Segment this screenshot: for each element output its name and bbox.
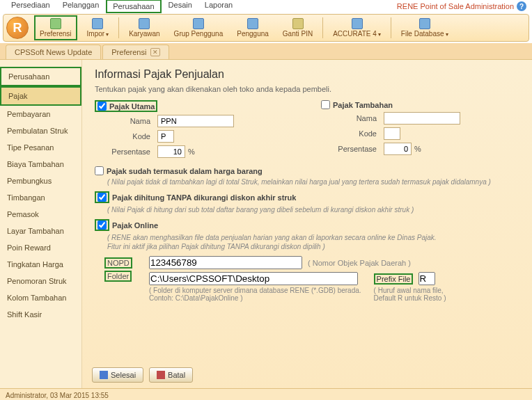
label-folder: Folder xyxy=(104,271,132,282)
label-pct-tambahan: Persentase xyxy=(321,145,384,153)
import-icon xyxy=(92,18,103,29)
label-kode-tambahan: Kode xyxy=(321,129,384,138)
note-folder-2: Contoh: C:\Data\PajakOnline ) xyxy=(149,294,361,302)
note-pajak-online-2: Fitur ini aktif jika pilihan Pajak dihit… xyxy=(107,243,519,250)
label-pajak-online: Pajak Online xyxy=(112,221,158,230)
menu-pelanggan[interactable]: Pelanggan xyxy=(57,0,105,13)
label-nama-tambahan: Nama xyxy=(321,114,384,122)
input-kode-tambahan[interactable] xyxy=(384,127,400,140)
chevron-down-icon: ▾ xyxy=(446,31,448,38)
tab-news[interactable]: CPSSoft News Update xyxy=(6,45,101,59)
input-kode-utama[interactable] xyxy=(157,130,174,143)
app-title: RENE Point of Sale Administration ? xyxy=(397,1,526,11)
ribbon-file-database[interactable]: File Database▾ xyxy=(397,17,453,39)
sidebar-item-perusahaan[interactable]: Perusahaan xyxy=(0,67,81,86)
sidebar-item-biaya-tambahan[interactable]: Biaya Tambahan xyxy=(0,156,81,173)
status-text: Administrator, 03 Mar 2015 13:55 xyxy=(6,392,109,399)
sidebar-item-pajak[interactable]: Pajak xyxy=(0,86,81,106)
sidebar-item-pembungkus[interactable]: Pembungkus xyxy=(0,173,81,189)
content-panel: Informasi Pajak Penjualan Tentukan pajak… xyxy=(82,60,532,388)
separator xyxy=(322,17,323,38)
label-pajak-tambahan: Pajak Tambahan xyxy=(333,101,393,109)
accurate-icon xyxy=(352,18,363,29)
sidebar-item-poin-reward[interactable]: Poin Reward xyxy=(0,239,81,256)
ribbon-accurate[interactable]: ACCURATE 4▾ xyxy=(329,17,385,39)
sidebar-item-tipe-pesanan[interactable]: Tipe Pesanan xyxy=(0,139,81,156)
help-icon[interactable]: ? xyxy=(517,1,526,11)
tab-strip: CPSSoft News Update Preferensi✕ xyxy=(0,43,532,60)
checkbox-sudah-termasuk[interactable] xyxy=(95,166,104,175)
sidebar-item-pembulatan[interactable]: Pembulatan Struk xyxy=(0,122,81,139)
page-title: Informasi Pajak Penjualan xyxy=(95,68,519,81)
label-nopd: NOPD xyxy=(104,257,132,269)
user-group-icon xyxy=(193,18,204,29)
cancel-button[interactable]: Batal xyxy=(149,367,193,383)
sidebar-item-shift-kasir[interactable]: Shift Kasir xyxy=(0,306,81,323)
chevron-down-icon: ▾ xyxy=(106,31,109,38)
note-prefix-2: Default R untuk Resto ) xyxy=(374,294,446,302)
status-bar: Administrator, 03 Mar 2015 13:55 xyxy=(0,388,532,400)
checkbox-pajak-utama[interactable] xyxy=(97,102,107,111)
input-nama-tambahan[interactable] xyxy=(384,112,460,125)
sidebar-item-kolom-tambahan[interactable]: Kolom Tambahan xyxy=(0,289,81,306)
sidebar-item-timbangan[interactable]: Timbangan xyxy=(0,189,81,206)
separator xyxy=(118,17,119,38)
checkbox-tanpa-diskon[interactable] xyxy=(97,193,107,202)
ribbon-impor[interactable]: Impor▾ xyxy=(83,17,114,39)
input-folder[interactable] xyxy=(149,272,358,285)
sidebar-item-pembayaran[interactable]: Pembayaran xyxy=(0,106,81,122)
note-sudah-termasuk: ( Nilai pajak tidak di tambahkan lagi di… xyxy=(107,178,519,186)
save-button[interactable]: Selesai xyxy=(92,367,143,383)
input-pct-utama[interactable] xyxy=(157,145,185,158)
sidebar-item-penomoran-struk[interactable]: Penomoran Struk xyxy=(0,273,81,289)
employee-icon xyxy=(139,18,150,29)
input-nopd[interactable] xyxy=(149,256,302,269)
hint-nopd: ( Nomor Objek Pajak Daerah ) xyxy=(308,259,411,267)
sidebar-item-tingkatan-harga[interactable]: Tingkatan Harga xyxy=(0,256,81,273)
close-icon[interactable]: ✕ xyxy=(150,48,160,56)
note-tanpa-diskon: ( Nilai Pajak di hitung dari sub total d… xyxy=(107,206,519,214)
ribbon-karyawan[interactable]: Karyawan xyxy=(125,17,164,39)
chevron-down-icon: ▾ xyxy=(378,31,381,38)
input-pct-tambahan[interactable] xyxy=(384,143,412,155)
sidebar-item-layar-tambahan[interactable]: Layar Tambahan xyxy=(0,223,81,239)
pct-unit-utama: % xyxy=(188,147,195,156)
menu-persediaan[interactable]: Persediaan xyxy=(6,0,56,13)
tab-preferensi[interactable]: Preferensi✕ xyxy=(102,45,169,59)
sidebar-item-pemasok[interactable]: Pemasok xyxy=(0,206,81,223)
user-icon xyxy=(247,18,258,29)
input-prefix[interactable] xyxy=(418,272,435,285)
menu-bar: Persediaan Pelanggan Perusahaan Desain L… xyxy=(0,0,532,13)
note-folder-1: ( Folder di komputer server dimana datab… xyxy=(149,287,361,294)
ribbon-toolbar: R Preferensi Impor▾ Karyawan Grup Penggu… xyxy=(3,14,529,42)
database-icon xyxy=(419,18,430,29)
ribbon-grup-pengguna[interactable]: Grup Pengguna xyxy=(170,17,228,39)
label-nama-utama: Nama xyxy=(95,117,157,125)
checkbox-pajak-online[interactable] xyxy=(97,221,107,230)
menu-laporan[interactable]: Laporan xyxy=(199,0,238,13)
menu-perusahaan[interactable]: Perusahaan xyxy=(106,0,161,13)
separator xyxy=(391,17,391,38)
note-pajak-online-1: ( RENE akan menghasilkan file data penju… xyxy=(107,234,519,241)
pct-unit-tambahan: % xyxy=(414,145,421,153)
checkbox-pajak-tambahan[interactable] xyxy=(321,100,330,109)
label-sudah-termasuk: Pajak sudah termasuk dalam harga barang xyxy=(107,167,263,175)
label-prefix: Prefix File xyxy=(374,273,414,285)
cancel-icon xyxy=(157,371,165,379)
ribbon-ganti-pin[interactable]: Ganti PIN xyxy=(279,17,317,39)
label-kode-utama: Kode xyxy=(95,132,157,141)
save-icon xyxy=(100,371,108,379)
label-tanpa-diskon: Pajak dihitung TANPA dikurangi diskon ak… xyxy=(112,193,296,202)
note-prefix-1: ( Huruf awal nama file, xyxy=(374,287,446,294)
preferences-icon xyxy=(50,18,61,29)
app-logo-icon[interactable]: R xyxy=(6,17,29,39)
sidebar: Perusahaan Pajak Pembayaran Pembulatan S… xyxy=(0,60,82,388)
label-pajak-utama: Pajak Utama xyxy=(109,102,155,111)
main-area: Perusahaan Pajak Pembayaran Pembulatan S… xyxy=(0,60,532,388)
ribbon-pengguna[interactable]: Pengguna xyxy=(233,17,273,39)
ribbon-preferensi[interactable]: Preferensi xyxy=(34,15,77,40)
label-pct-utama: Persentase xyxy=(95,147,157,156)
menu-desain[interactable]: Desain xyxy=(163,0,198,13)
input-nama-utama[interactable] xyxy=(157,115,234,127)
page-description: Tentukan pajak yang akan dikenakan oleh … xyxy=(95,85,519,93)
